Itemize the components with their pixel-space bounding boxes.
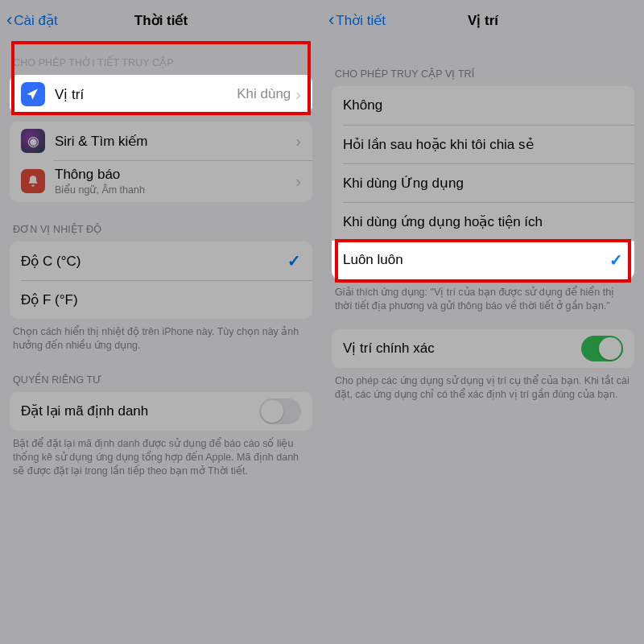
option-while-widgets-label: Khi dùng ứng dụng hoặc tiện ích [343,213,623,230]
row-fahrenheit[interactable]: Độ F (°F) [10,280,312,319]
row-reset-identifier[interactable]: Đặt lại mã định danh [10,392,312,431]
chevron-left-icon: ‹ [6,11,12,29]
permission-explain: Giải thích ứng dụng: "Vị trí của bạn đượ… [322,279,644,313]
temp-footer: Chọn cách hiển thị nhiệt độ trên iPhone … [0,319,322,353]
row-siri-label: Siri & Tìm kiếm [55,133,295,150]
row-location[interactable]: Vị trí Khi dùng › [10,75,312,114]
settings-weather-pane: ‹ Cài đặt Thời tiết CHO PHÉP THỜI TIẾT T… [0,0,322,644]
chevron-right-icon: › [295,133,301,149]
option-none-label: Không [343,97,623,114]
back-button[interactable]: ‹ Cài đặt [6,11,58,29]
row-location-label: Vị trí [55,86,237,103]
option-while-widgets[interactable]: Khi dùng ứng dụng hoặc tiện ích [332,202,634,241]
option-none[interactable]: Không [332,86,634,125]
back-button[interactable]: ‹ Thời tiết [328,11,386,29]
option-always[interactable]: Luôn luôn ✓ [332,241,634,279]
row-notifications-label: Thông báo [55,167,295,183]
chevron-left-icon: ‹ [328,11,334,29]
location-row-highlight: Vị trí Khi dùng › [10,75,312,114]
section-header-temp: ĐƠN VỊ NHIỆT ĐỘ [0,202,322,242]
row-celsius-label: Độ C (°C) [21,253,287,270]
option-while-using[interactable]: Khi dùng Ứng dụng [332,163,634,202]
option-always-label: Luôn luôn [343,252,609,268]
precise-location-label: Vị trí chính xác [343,340,581,357]
row-siri[interactable]: ◉ Siri & Tìm kiếm › [10,122,312,160]
nav-bar: ‹ Thời tiết Vị trí [322,0,644,35]
option-ask[interactable]: Hỏi lần sau hoặc khi tôi chia sẻ [332,125,634,163]
check-icon: ✓ [609,250,623,270]
row-precise-location[interactable]: Vị trí chính xác [332,329,634,368]
precise-footer: Cho phép các ứng dụng sử dụng vị trí cụ … [322,368,644,402]
row-notifications-sub: Biểu ngữ, Âm thanh [55,184,295,196]
temp-unit-group: Độ C (°C) ✓ Độ F (°F) [10,242,312,319]
permission-options-group: Không Hỏi lần sau hoặc khi tôi chia sẻ K… [332,86,634,279]
reset-identifier-toggle[interactable] [259,398,301,424]
option-while-label: Khi dùng Ứng dụng [343,175,623,192]
chevron-right-icon: › [295,173,301,189]
back-label: Cài đặt [14,12,57,29]
row-celsius[interactable]: Độ C (°C) ✓ [10,242,312,280]
section-header-privacy: QUYỀN RIÊNG TƯ [0,353,322,392]
bell-icon [21,169,45,193]
reset-footer: Bật để đặt lại mã định danh được sử dụng… [0,431,322,478]
check-icon: ✓ [287,251,301,270]
option-ask-label: Hỏi lần sau hoặc khi tôi chia sẻ [343,136,623,153]
location-permission-pane: ‹ Thời tiết Vị trí CHO PHÉP TRUY CẬP VỊ … [322,0,644,644]
location-icon [21,82,45,106]
siri-icon: ◉ [21,129,45,153]
access-group-rest: ◉ Siri & Tìm kiếm › Thông báo Biểu ngữ, … [10,122,312,202]
section-header-permission: CHO PHÉP TRUY CẬP VỊ TRÍ [322,35,644,86]
nav-bar: ‹ Cài đặt Thời tiết [0,0,322,35]
precise-location-group: Vị trí chính xác [332,329,634,368]
chevron-right-icon: › [295,86,301,102]
back-label: Thời tiết [336,12,386,29]
privacy-group: Đặt lại mã định danh [10,392,312,431]
row-location-detail: Khi dùng [237,86,291,102]
row-reset-label: Đặt lại mã định danh [21,402,259,419]
precise-location-toggle[interactable] [581,336,623,361]
section-header-access: CHO PHÉP THỜI TIẾT TRUY CẬP [0,35,322,75]
row-notifications[interactable]: Thông báo Biểu ngữ, Âm thanh › [10,160,312,202]
row-fahrenheit-label: Độ F (°F) [21,291,301,308]
